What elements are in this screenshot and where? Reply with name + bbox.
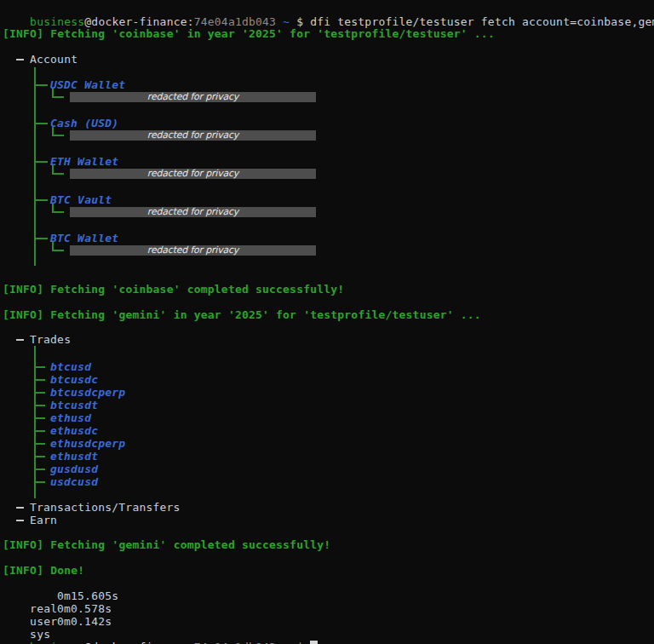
trade-pair: btcusdc: [50, 373, 98, 386]
tree-connector-horizontal: [52, 173, 64, 175]
transactions-section-dash: [16, 507, 24, 509]
prompt-line-top: business@docker-finance:74e04a1db043~$df…: [3, 3, 654, 15]
timing-value: 0m15.605s: [57, 589, 118, 602]
wallet-name: USDC Wallet: [50, 78, 125, 91]
tree-branch-line: [34, 84, 48, 86]
tree-branch-line: [34, 405, 45, 406]
redacted-bar-label: redacted for privacy: [147, 245, 238, 256]
prompt-container-id: 74e04a1db043: [194, 15, 276, 28]
prompt-cwd: ~: [283, 641, 290, 644]
tree-branch-line: [34, 238, 48, 239]
redacted-bar-label: redacted for privacy: [147, 207, 238, 217]
tree-connector-horizontal: [52, 135, 64, 136]
tree-branch-line: [34, 161, 48, 163]
tree-branch-line: [34, 392, 45, 394]
tree-branch-line: [34, 443, 45, 445]
prompt-host: @docker-finance:: [84, 15, 193, 28]
prompt-user: business: [30, 15, 84, 28]
earn-section-label: Earn: [30, 514, 57, 526]
redacted-bar: redacted for privacy: [70, 245, 316, 256]
redacted-bar: redacted for privacy: [70, 207, 316, 217]
wallet-name: BTC Vault: [50, 193, 112, 206]
trade-pair: ethusd: [50, 411, 91, 424]
wallet-name: ETH Wallet: [50, 155, 118, 168]
tree-connector-horizontal: [52, 96, 64, 98]
prompt-line-bottom: business@docker-finance:74e04a1db043~$: [3, 628, 318, 641]
tree-connector-horizontal: [52, 250, 64, 251]
prompt-symbol: $: [296, 15, 303, 28]
tree-branch-line: [34, 481, 45, 483]
info-fetch-gemini: [INFO] Fetching 'gemini' in year '2025' …: [3, 308, 481, 321]
wallet-name: Cash (USD): [50, 117, 118, 129]
trades-tree-trunk: [34, 346, 36, 498]
trade-pair: gusdusd: [50, 463, 98, 475]
timing-value: 0m0.578s: [57, 602, 112, 615]
info-coinbase-done: [INFO] Fetching 'coinbase' completed suc…: [3, 283, 344, 296]
info-done: [INFO] Done!: [3, 564, 84, 577]
redacted-bar: redacted for privacy: [70, 92, 316, 102]
trades-section-label: Trades: [30, 333, 71, 346]
timing-row-real: real 0m15.605s: [3, 589, 57, 602]
transactions-section-label: Transactions/Transfers: [30, 501, 181, 514]
redacted-bar-label: redacted for privacy: [147, 169, 238, 179]
redacted-bar-label: redacted for privacy: [147, 130, 238, 141]
trade-pair: btcusdt: [50, 399, 98, 411]
tree-branch-line: [34, 123, 48, 124]
prompt-user: business: [30, 641, 84, 644]
redacted-bar: redacted for privacy: [70, 169, 316, 179]
redacted-bar-label: redacted for privacy: [147, 92, 238, 102]
info-fetch-coinbase: [INFO] Fetching 'coinbase' in year '2025…: [3, 27, 495, 40]
redacted-bar: redacted for privacy: [70, 130, 316, 141]
timing-row-user: user 0m0.578s: [3, 602, 57, 615]
wallet-name: BTC Wallet: [50, 232, 118, 244]
trade-pair: btcusdcperp: [50, 386, 125, 399]
prompt-host: @docker-finance:: [84, 641, 193, 644]
tree-branch-line: [34, 417, 45, 419]
terminal-cursor[interactable]: [310, 641, 318, 644]
prompt-symbol: $: [296, 641, 303, 644]
timing-value: 0m0.142s: [57, 615, 112, 628]
tree-branch-line: [34, 366, 45, 368]
account-section-label: Account: [30, 53, 77, 66]
tree-branch-line: [34, 469, 45, 470]
tree-branch-line: [34, 199, 48, 201]
trade-pair: ethusdt: [50, 450, 98, 463]
account-section-dash: [16, 59, 24, 60]
tree-branch-line: [34, 430, 45, 432]
trade-pair: btcusd: [50, 360, 91, 373]
prompt-container-id: 74e04a1db043: [194, 641, 276, 644]
account-tree-trunk: [34, 67, 36, 266]
terminal-screen[interactable]: business@docker-finance:74e04a1db043~$df…: [0, 0, 654, 644]
prompt-cwd: ~: [283, 15, 290, 28]
trades-section-dash: [16, 339, 24, 341]
tree-connector-horizontal: [52, 211, 64, 213]
trade-pair: ethusdc: [50, 424, 98, 437]
tree-branch-line: [34, 456, 45, 457]
info-gemini-done: [INFO] Fetching 'gemini' completed succe…: [3, 538, 330, 551]
timing-row-sys: sys 0m0.142s: [3, 615, 50, 628]
tree-branch-line: [34, 379, 45, 381]
command-text: dfi testprofile/testuser fetch account=c…: [310, 15, 654, 28]
trade-pair: usdcusd: [50, 475, 98, 488]
earn-section-dash: [16, 520, 24, 521]
trade-pair: ethusdcperp: [50, 437, 125, 450]
